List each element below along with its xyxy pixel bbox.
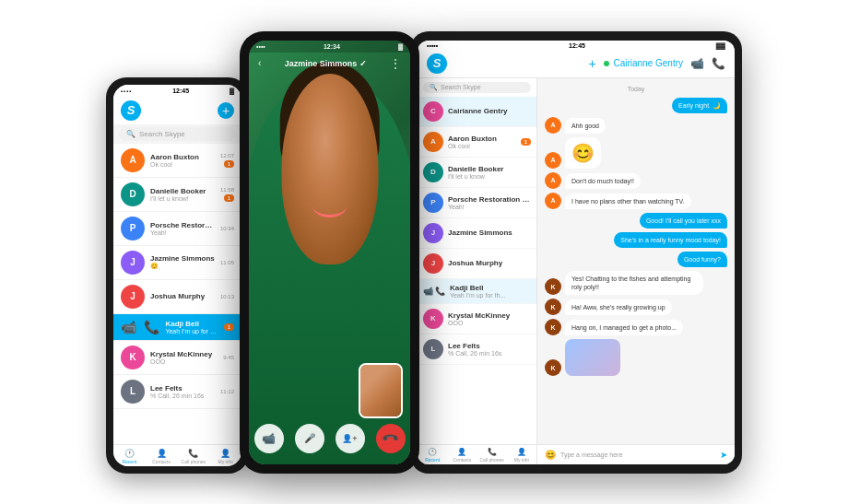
contacts-icon: 👤 bbox=[157, 449, 167, 458]
contact-item[interactable]: L Lee Felts % Call, 26 min 16s 11:12 bbox=[113, 375, 241, 409]
nav-recent[interactable]: 🕐 Recent bbox=[113, 449, 146, 464]
tablet-time: 12:45 bbox=[569, 42, 585, 49]
callphones-icon: 📞 bbox=[188, 449, 198, 458]
emoji-button[interactable]: 😊 bbox=[545, 450, 556, 460]
contact-time: 10:34 bbox=[220, 226, 234, 231]
tablet-contact-list: C Cairianne Gentry A Aaron Buxton Ok coo… bbox=[418, 97, 536, 444]
tablet-contact-item[interactable]: P Porsche Restoration Club 2... Yeah! bbox=[418, 188, 536, 218]
contact-item-active[interactable]: 📹 📞 Kadji Bell Yeah I'm up for that... 1 bbox=[113, 314, 241, 341]
contact-name: Jazmine Simmons bbox=[150, 254, 215, 263]
contact-name: Lee Felts bbox=[448, 342, 531, 350]
nav-label: Recent bbox=[122, 459, 136, 464]
contact-info: Jazmine Simmons bbox=[448, 229, 531, 237]
contact-item[interactable]: D Danielle Booker I'll let u know! 11:58… bbox=[113, 178, 241, 212]
nav-myinfo[interactable]: 👤 My info bbox=[209, 449, 241, 464]
contact-item[interactable]: P Porsche Restoration Club 2... Yeah! 10… bbox=[113, 212, 241, 246]
hangup-button[interactable]: 📞 bbox=[370, 417, 410, 459]
nav-label: Call phones bbox=[479, 457, 503, 463]
avatar: K bbox=[121, 346, 145, 369]
nav-callphones[interactable]: 📞 Call phones bbox=[178, 449, 210, 464]
tablet-contact-item[interactable]: J Joshua Murphy bbox=[418, 249, 536, 279]
video-toggle-button[interactable]: 📹 bbox=[254, 424, 284, 453]
contact-meta: 9:45 bbox=[223, 355, 234, 360]
tablet: ••••• 12:45 ▓▓ S + Cairianne Gentry bbox=[410, 31, 742, 474]
tablet-search-icon: 🔍 bbox=[430, 84, 438, 91]
signal-dots: •••• bbox=[121, 88, 132, 94]
nav-label: My info bbox=[514, 457, 529, 463]
contact-preview: I'll let u know! bbox=[150, 195, 215, 202]
tablet-search[interactable]: 🔍 Search Skype bbox=[423, 82, 531, 93]
tablet-contact-item[interactable]: D Danielle Booker I'll let u know bbox=[418, 158, 536, 188]
mute-button[interactable]: 🎤 bbox=[295, 424, 324, 453]
more-button[interactable]: ⋮ bbox=[390, 57, 401, 70]
contact-item[interactable]: J Joshua Murphy 10:13 bbox=[113, 280, 241, 314]
message-row: K Yes! Chatting to the fishes and attemp… bbox=[545, 271, 727, 295]
add-to-call-button[interactable]: 👤+ bbox=[336, 424, 365, 453]
avatar: J bbox=[121, 251, 145, 275]
recent-icon: 🕐 bbox=[124, 449, 135, 458]
nav-callphones[interactable]: 📞 Call phones bbox=[477, 448, 507, 463]
contact-time: 11:58 bbox=[220, 187, 234, 193]
tablet-status-bar: ••••• 12:45 ▓▓ bbox=[418, 41, 735, 51]
online-indicator: Cairianne Gentry bbox=[604, 58, 683, 68]
msg-avatar: K bbox=[545, 299, 561, 315]
contact-item[interactable]: K Krystal McKinney OOO 9:45 bbox=[113, 341, 241, 375]
unread-badge: 1 bbox=[224, 160, 234, 168]
tablet-contact-item[interactable]: L Lee Felts % Call, 26 min 16s bbox=[418, 334, 536, 365]
msg-avatar: A bbox=[545, 152, 561, 169]
contact-preview: % Call, 26 min 16s bbox=[150, 393, 215, 399]
contact-info: Lee Felts % Call, 26 min 16s bbox=[150, 384, 215, 399]
tablet-header: S + Cairianne Gentry 📹 📞 bbox=[418, 51, 735, 78]
voice-call-icon[interactable]: 📞 bbox=[712, 57, 725, 70]
contact-preview: Ok cool bbox=[448, 143, 516, 149]
tablet-skype-logo: S bbox=[427, 53, 447, 74]
nav-recent[interactable]: 🕐 Recent bbox=[418, 448, 447, 463]
contact-preview: Yeah I'm up for th... bbox=[450, 292, 531, 299]
tablet-contact-item[interactable]: A Aaron Buxton Ok cool 1 bbox=[418, 127, 536, 158]
contact-meta: 11:58 1 bbox=[220, 187, 234, 202]
tablet-search-placeholder: Search Skype bbox=[441, 84, 481, 90]
avatar-wrap: K bbox=[121, 346, 145, 369]
contact-preview: Yeah! bbox=[448, 204, 531, 210]
avatar-wrap: J bbox=[121, 251, 145, 275]
tablet-add-icon[interactable]: + bbox=[588, 56, 595, 71]
nav-contacts[interactable]: 👤 Contacts bbox=[447, 448, 477, 463]
nav-myinfo[interactable]: 👤 My info bbox=[507, 448, 536, 463]
message-bubble: Early night. 🌙 bbox=[672, 98, 727, 113]
contact-preview: Yeah! bbox=[150, 229, 215, 236]
nav-contacts[interactable]: 👤 Contacts bbox=[146, 449, 178, 464]
contact-info: Jazmine Simmons 😊 bbox=[150, 254, 215, 270]
contact-item[interactable]: A Aaron Buxton Ok cool 12:07 1 bbox=[113, 144, 241, 178]
video-name-bar: ‹ Jazmine Simmons ✓ ⋮ bbox=[249, 53, 410, 74]
contact-preview: Ok cool bbox=[150, 161, 215, 168]
message-input[interactable]: Type a message here bbox=[560, 451, 715, 458]
contact-time: 10:13 bbox=[220, 294, 234, 299]
unread-badge: 1 bbox=[521, 138, 531, 146]
tablet-contact-item[interactable]: K Krystal McKinney OOO bbox=[418, 304, 536, 334]
message-row: A I have no plans other than watching TV… bbox=[545, 193, 727, 209]
tablet-contact-item-kadji[interactable]: 📹 📞 Kadji Bell Yeah I'm up for th... bbox=[418, 279, 536, 304]
contact-name: Aaron Buxton bbox=[448, 135, 516, 143]
phone-small-screen: •••• 12:45 ▓ S + 🔍 Search Skype bbox=[113, 85, 241, 466]
tablet-body: 🔍 Search Skype C Cairianne Gentry bbox=[418, 78, 735, 464]
add-contact-button[interactable]: + bbox=[218, 102, 234, 119]
send-button[interactable]: ➤ bbox=[720, 450, 727, 460]
message-row: Good! I'll call you later xxx bbox=[545, 213, 727, 229]
contact-name-header: Cairianne Gentry bbox=[613, 58, 683, 68]
contact-info: Danielle Booker I'll let u know! bbox=[150, 187, 215, 202]
contact-time: 11:05 bbox=[220, 260, 234, 265]
video-call-icon[interactable]: 📹 bbox=[690, 57, 704, 70]
contact-name: Cairianne Gentry bbox=[448, 107, 531, 115]
avatar: J bbox=[423, 223, 443, 243]
message-bubble: I have no plans other than watching TV. bbox=[565, 193, 691, 209]
skype-logo: S bbox=[121, 100, 141, 121]
contact-info: Kadji Bell Yeah I'm up for that... bbox=[165, 320, 218, 334]
message-bubble: Ha! Aww, she's really growing up bbox=[565, 299, 672, 315]
tablet-contact-item[interactable]: C Cairianne Gentry bbox=[418, 97, 536, 127]
bottom-nav-small: 🕐 Recent 👤 Contacts 📞 Call phones 👤 My i… bbox=[113, 444, 241, 466]
tablet-contact-item[interactable]: J Jazmine Simmons bbox=[418, 218, 536, 249]
search-bar-small[interactable]: 🔍 Search Skype bbox=[119, 127, 236, 141]
contact-item[interactable]: J Jazmine Simmons 😊 11:05 bbox=[113, 246, 241, 280]
tablet-screen: ••••• 12:45 ▓▓ S + Cairianne Gentry bbox=[418, 41, 735, 464]
back-button[interactable]: ‹ bbox=[258, 58, 261, 68]
